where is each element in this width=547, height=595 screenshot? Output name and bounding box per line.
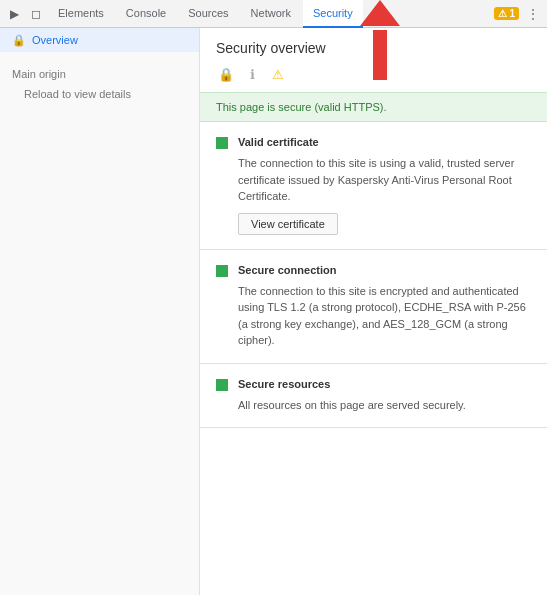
tab-security[interactable]: Security: [303, 0, 363, 28]
lock-icon: 🔒: [12, 34, 24, 46]
view-certificate-button[interactable]: View certificate: [238, 213, 338, 235]
warning-icon[interactable]: ⚠: [268, 64, 288, 84]
devtools-menu-button[interactable]: ⋮: [523, 4, 543, 24]
info-icon[interactable]: ℹ: [242, 64, 262, 84]
tab-bar-left: ▶ ◻ Elements Console Sources Network Sec…: [4, 0, 384, 28]
secure-resources-header: Secure resources: [216, 378, 531, 391]
devtools-tab-bar: ▶ ◻ Elements Console Sources Network Sec…: [0, 0, 547, 28]
secure-connection-title: Secure connection: [238, 264, 336, 276]
main-layout: 🔒 Overview Main origin Reload to view de…: [0, 28, 547, 595]
warning-badge[interactable]: ⚠ 1: [494, 7, 519, 20]
secure-icon[interactable]: 🔒: [216, 64, 236, 84]
overview-label: Overview: [32, 34, 78, 46]
warning-icon: ⚠: [498, 8, 507, 19]
secure-connection-header: Secure connection: [216, 264, 531, 277]
green-indicator-certificate: [216, 137, 228, 149]
secure-connection-body: The connection to this site is encrypted…: [216, 283, 531, 349]
secure-banner: This page is secure (valid HTTPS).: [200, 92, 547, 122]
green-indicator-resources: [216, 379, 228, 391]
sidebar-reload-label[interactable]: Reload to view details: [0, 84, 199, 104]
page-title: Security overview: [216, 40, 531, 56]
security-content: Security overview 🔒 ℹ ⚠ This page is sec…: [200, 28, 547, 595]
tab-console[interactable]: Console: [116, 0, 176, 28]
secure-resources-title: Secure resources: [238, 378, 330, 390]
green-indicator-connection: [216, 265, 228, 277]
tab-bar-right: ⚠ 1 ⋮: [494, 4, 543, 24]
tab-elements[interactable]: Elements: [48, 0, 114, 28]
valid-certificate-body: The connection to this site is using a v…: [216, 155, 531, 205]
cursor-icon[interactable]: ▶: [4, 4, 24, 24]
tab-sources[interactable]: Sources: [178, 0, 238, 28]
icon-row: 🔒 ℹ ⚠: [216, 64, 531, 84]
sidebar: 🔒 Overview Main origin Reload to view de…: [0, 28, 200, 595]
warning-count: 1: [509, 8, 515, 19]
content-header: Security overview 🔒 ℹ ⚠: [200, 28, 547, 92]
sidebar-item-overview[interactable]: 🔒 Overview: [0, 28, 199, 52]
device-icon[interactable]: ◻: [26, 4, 46, 24]
valid-certificate-section: Valid certificate The connection to this…: [200, 122, 547, 250]
secure-resources-body: All resources on this page are served se…: [216, 397, 531, 414]
valid-certificate-title: Valid certificate: [238, 136, 319, 148]
sidebar-section-main-origin: Main origin: [0, 52, 199, 84]
valid-certificate-header: Valid certificate: [216, 136, 531, 149]
secure-resources-section: Secure resources All resources on this p…: [200, 364, 547, 429]
tab-more-button[interactable]: »: [365, 2, 385, 26]
secure-connection-section: Secure connection The connection to this…: [200, 250, 547, 364]
tab-network[interactable]: Network: [241, 0, 301, 28]
